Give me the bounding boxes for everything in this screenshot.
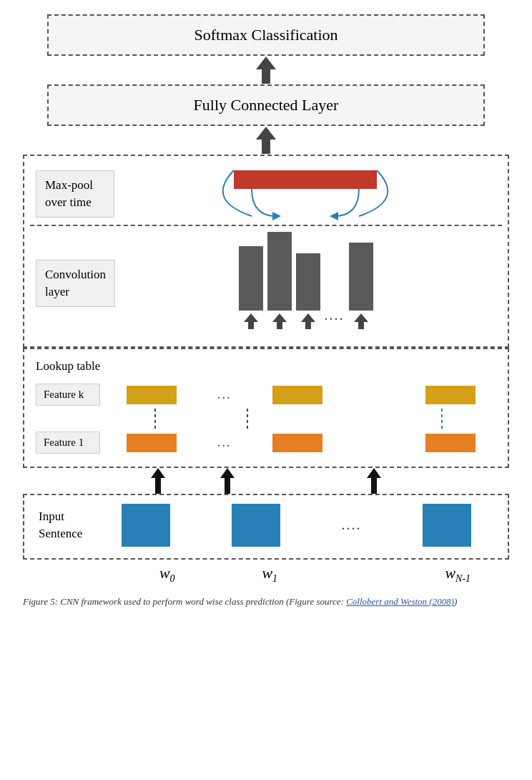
feature-k-bars: ...	[106, 386, 496, 404]
big-arrows-row	[23, 468, 509, 494]
dashed-line-3	[436, 409, 448, 429]
lookup-section: Lookup table Feature k ...	[23, 348, 509, 468]
feature-k-label: Feature k	[36, 384, 100, 406]
input-section: InputSentence ....	[23, 494, 509, 560]
feat-k-bar-3-col	[425, 386, 476, 404]
word-block-n1	[423, 504, 471, 547]
svg-marker-1	[256, 127, 276, 154]
dashed-line-2	[242, 409, 253, 429]
conv-dots-group: ....	[325, 307, 345, 329]
maxpool-row: Max-poolover time	[30, 165, 502, 222]
conv-visual: ....	[115, 232, 496, 335]
word-label-n1: wN-1	[433, 564, 482, 585]
conv-bar-3	[296, 253, 320, 311]
caption-text: Figure 5: CNN framework used to perform …	[23, 596, 346, 607]
feat-1-bar-3-col	[425, 434, 476, 452]
svg-marker-12	[367, 468, 381, 494]
big-arrow-1	[151, 468, 165, 494]
maxpool-label: Max-poolover time	[36, 170, 114, 218]
figure-container: Softmax Classification Fully Connected L…	[23, 14, 509, 608]
dashed-lines-row	[30, 409, 502, 429]
conv-label: Convolutionlayer	[36, 260, 115, 307]
caption-link[interactable]: Collobert and Weston (2008)	[346, 596, 454, 607]
svg-marker-10	[151, 468, 165, 494]
softmax-label: Softmax Classification	[194, 26, 338, 44]
word-label-0: w0	[143, 564, 192, 585]
big-arrow-3	[367, 468, 381, 494]
arrow-softmax-fc	[256, 56, 276, 84]
caption-link-text: Collobert and Weston (2008)	[346, 596, 454, 607]
conv-row: Convolutionlayer ....	[30, 229, 502, 338]
feat-1-bar-1	[127, 434, 177, 452]
arrow-fc-maxpool	[256, 126, 276, 155]
maxpool-conv-section: Max-poolover time	[23, 155, 509, 348]
feature-1-row: Feature 1 ...	[30, 429, 502, 457]
word-block-1	[232, 504, 280, 547]
feature-1-label: Feature 1	[36, 432, 100, 454]
word-label-1: w1	[245, 564, 294, 585]
svg-marker-0	[256, 57, 276, 84]
svg-marker-5	[301, 313, 315, 329]
conv-bar-2	[267, 232, 292, 311]
feat-k-bar-3	[425, 386, 476, 404]
feat-k-dots: ...	[217, 387, 232, 402]
conv-bar-group-4	[349, 243, 373, 329]
word-dots: ....	[342, 517, 362, 533]
feat-1-bar-1-col	[127, 434, 177, 452]
input-words: ....	[91, 504, 502, 547]
dashed-line-1	[149, 409, 161, 429]
feature-k-row: Feature k ...	[30, 381, 502, 409]
feat-k-bar-1	[127, 386, 177, 404]
maxpool-text: Max-poolover time	[45, 178, 93, 209]
feat-k-bar-2	[272, 386, 322, 404]
caption-close: )	[454, 596, 457, 607]
fc-label: Fully Connected Layer	[194, 96, 339, 114]
word-block-0	[122, 504, 170, 547]
feat-1-bar-2	[272, 434, 322, 452]
conv-bar-1	[239, 246, 263, 311]
svg-marker-3	[244, 313, 258, 329]
maxpool-visual	[114, 165, 496, 222]
softmax-box: Softmax Classification	[47, 14, 485, 56]
word-labels-row: w0 w1 wN-1	[23, 560, 509, 588]
svg-rect-2	[234, 170, 377, 189]
feat-1-bar-3	[425, 434, 476, 452]
feat-k-bar-2-col	[272, 386, 322, 404]
conv-dots: ....	[325, 307, 345, 329]
feat-k-bar-1-col	[127, 386, 177, 404]
arc-svg	[212, 165, 398, 222]
caption: Figure 5: CNN framework used to perform …	[23, 596, 509, 608]
conv-bar-4	[349, 243, 373, 311]
big-arrow-2	[220, 468, 235, 494]
input-label: InputSentence	[30, 502, 91, 548]
conv-text: Convolutionlayer	[45, 268, 106, 298]
svg-marker-11	[220, 468, 235, 494]
feat-1-bar-2-col	[272, 434, 322, 452]
arrow-up-svg2	[256, 127, 276, 154]
arrow-up-svg	[256, 57, 276, 84]
conv-bar-group-3	[296, 253, 320, 329]
svg-marker-6	[354, 313, 368, 329]
lookup-title: Lookup table	[30, 356, 502, 376]
fc-box: Fully Connected Layer	[47, 84, 485, 126]
feat-1-dots: ...	[217, 435, 232, 450]
conv-bar-group-2	[267, 232, 292, 329]
svg-marker-4	[272, 313, 287, 329]
conv-bar-group-1	[239, 246, 263, 329]
input-label-text: InputSentence	[39, 510, 82, 540]
maxpool-conv-sep	[30, 225, 502, 226]
feature-1-bars: ...	[106, 434, 496, 452]
